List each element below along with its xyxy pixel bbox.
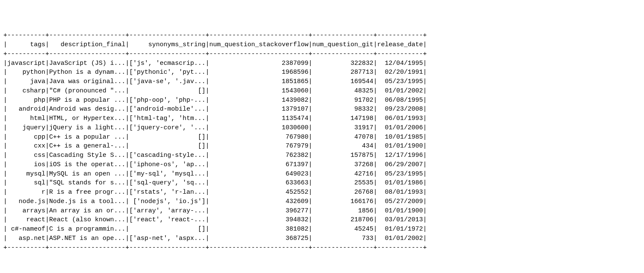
table-row: | sql|"SQL stands for s...|['sql-query',… [3,178,427,188]
table-row: | css|Cascading Style S...|['cascading-s… [3,151,427,160]
table-row: | java|Java was original...|['java-se', … [3,77,427,86]
table-row: |javascript|JavaScript (JS) i...|['js', … [3,59,427,68]
table-row: | csharp|"C# (pronounced "...| []| 15430… [3,86,427,96]
table-row: | cpp|C++ is a popular ...| []| 767980| … [3,133,427,142]
table-row: | asp.net|ASP.NET is an ope...|['asp-net… [3,234,427,243]
table-row: | android|Android was desig...|['android… [3,105,427,114]
table-separator: +----------+--------------------+-------… [3,50,427,59]
table-row: | arrays|An array is an or...|['array', … [3,206,427,216]
table-row: | ios|iOS is the operat...|['iphone-os',… [3,160,427,170]
table-row: | mysql|MySQL is an open ...|['my-sql', … [3,170,427,179]
table-row: | html|HTML, or Hypertex...|['html-tag',… [3,114,427,123]
table-row: | cxx|C++ is a general-...| []| 767979| … [3,142,427,151]
table-row: | react|React (also known...|['react', '… [3,215,427,225]
table-separator: +----------+--------------------+-------… [3,31,427,40]
table-row: | node.js|Node.js is a tool...| ['nodejs… [3,197,427,206]
table-header-row: | tags| description_final| synonyms_stri… [3,40,427,50]
table-row: | jquery|jQuery is a light...|['jquery-c… [3,123,427,133]
table-separator: +----------+--------------------+-------… [3,243,427,253]
ascii-table: +----------+--------------------+-------… [3,31,427,252]
table-row: | php|PHP is a popular ...|['php-oop', '… [3,96,427,105]
table-row: | c#-nameof|C is a programmin...| []| 38… [3,225,427,234]
table-row: | r|R is a free progr...|['rstats', 'r-l… [3,188,427,197]
table-row: | python|Python is a dynam...|['pythonic… [3,68,427,77]
